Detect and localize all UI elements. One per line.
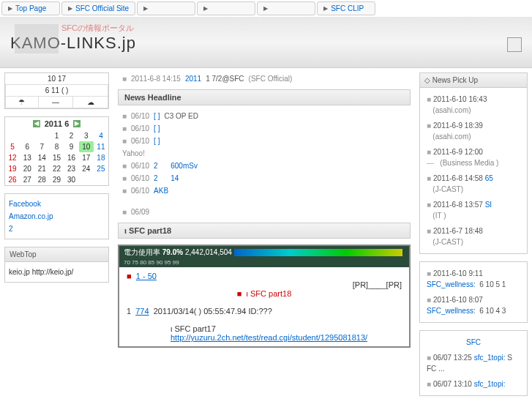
forum-url[interactable]: http://yuzuru.2ch.net/test/read.cgi/stud… (171, 333, 367, 342)
sfc-hd[interactable]: SFC (466, 338, 481, 346)
weather-temp: 10 17 (5, 73, 108, 84)
left-links-1: Facebook Amazon.co.jp 2 (4, 193, 109, 239)
bullet-icon: ■ (122, 75, 127, 83)
nav-top-page[interactable]: ▶Top Page (1, 1, 60, 15)
sfc-widget: SFC ■06/07 13:25 sfc_1topi: S FC ... ■06… (419, 330, 528, 396)
nav-sfc-clip[interactable]: ▶SFC CLIP (317, 1, 375, 15)
news-pickup-widget: ◇ News Pick Up ■2011-6-10 16:43 (asahi.c… (419, 72, 528, 254)
calendar-grid: 1 2 3 4 5 6 7 8 9 10 11 12 13 14 15 16 1… (5, 130, 108, 185)
news-headline-header: News Headline (118, 89, 411, 105)
wellness-link[interactable]: SFC_wellness: (427, 307, 476, 315)
pr-label: [PR]____[PR] (127, 280, 402, 289)
news-row: ■06/10[ ] (118, 135, 411, 147)
search-button[interactable] (507, 37, 522, 52)
yahoo-row: ■06/10AKB (118, 184, 411, 197)
building-image (15, 24, 59, 53)
forum-user-link[interactable]: 774 (135, 307, 149, 316)
top-news-link[interactable]: 2011 (185, 75, 201, 83)
yahoo-row: ■06/102 600mSv (118, 160, 411, 172)
news-row: ■06/10[ ] C3 OP ED (118, 110, 411, 122)
next-month-button[interactable]: ▶ (73, 120, 80, 127)
nav-empty-3[interactable]: ▶ (257, 1, 315, 15)
triangle-icon: ▶ (263, 5, 268, 12)
news-last: ■06/09 (118, 206, 411, 218)
top-news: ■ 2011-6-8 14:15 2011 1 7/2@SFC (SFC Off… (118, 72, 411, 85)
prev-month-button[interactable]: ◀ (33, 120, 40, 127)
forum-range-link[interactable]: 1 - 50 (136, 272, 157, 280)
nav-sfc-official[interactable]: ▶SFC Official Site (61, 1, 135, 15)
weather-dash: — (38, 97, 73, 108)
nav-empty-2[interactable]: ▶ (197, 1, 255, 15)
triangle-icon: ▶ (8, 5, 12, 12)
link-2ch[interactable]: 2 (9, 225, 13, 233)
triangle-icon: ▶ (68, 5, 72, 12)
forum-title: ι SFC part18 (247, 289, 292, 298)
yahoo-label: Yahoo! (118, 147, 411, 160)
site-header: SFCの情報ポータル KAMO-LINKS.jp (0, 17, 532, 68)
top-navigation: ▶Top Page ▶SFC Official Site ▶ ▶ ▶ ▶SFC … (0, 0, 532, 17)
wellness-widget: ■2011-6-10 9:11 SFC_wellness: 6 10 5 1 ■… (419, 261, 528, 323)
rain-icon: ☂ (6, 97, 39, 108)
power-bar: 電力使用率 79.0% 2,442,014,504 70 75 80 85 90… (119, 246, 409, 267)
forum-frame: 電力使用率 79.0% 2,442,014,504 70 75 80 85 90… (118, 245, 411, 348)
weather-widget: 10 17 6 11 ( ) ☂ — ☁ (4, 72, 109, 109)
webtop-header: WebTop (5, 247, 108, 262)
pickup-header: ◇ News Pick Up (420, 73, 527, 88)
prev-thread: ι SFC part17 (171, 324, 216, 333)
calendar-widget: ◀ 2011 6 ▶ 1 2 3 4 5 6 7 8 9 10 11 12 13… (4, 116, 109, 186)
triangle-icon: ▶ (143, 5, 148, 12)
news-row: ■06/10[ ] (118, 122, 411, 135)
cloud-icon: ☁ (73, 97, 108, 108)
webtop-widget: WebTop keio.jp http://keio.jp/ (4, 247, 109, 283)
triangle-icon: ▶ (203, 5, 208, 12)
wellness-link[interactable]: SFC_wellness: (427, 280, 476, 288)
link-amazon[interactable]: Amazon.co.jp (9, 212, 53, 220)
power-gauge (234, 249, 402, 256)
header-subtitle: SFCの情報ポータル (61, 23, 522, 34)
forum-tab-header: ι SFC part18 (118, 223, 411, 239)
calendar-label: 2011 6 (45, 119, 70, 128)
weather-date: 6 11 ( ) (6, 85, 108, 97)
keio-link[interactable]: keio.jp http://keio.jp/ (9, 266, 105, 278)
triangle-icon: ▶ (323, 5, 328, 12)
link-facebook[interactable]: Facebook (9, 200, 41, 208)
nav-empty-1[interactable]: ▶ (137, 1, 195, 15)
site-title: KAMO-LINKS.jp (10, 34, 522, 53)
yahoo-row: ■06/102 14 (118, 172, 411, 184)
